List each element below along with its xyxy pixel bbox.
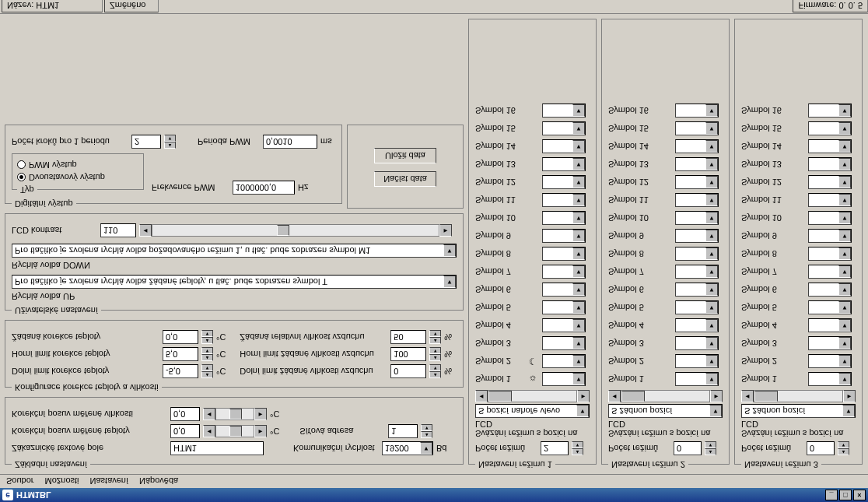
- symbol-combo[interactable]: ▼: [542, 193, 586, 207]
- radio-dvoustavovy[interactable]: [17, 174, 26, 182]
- symbol-combo[interactable]: ▼: [808, 300, 852, 314]
- mode-bind-combo[interactable]: S žádnou pozicí▼: [741, 404, 856, 418]
- arrow-left-icon[interactable]: ◄: [203, 425, 215, 437]
- set-hum-stepper[interactable]: ▲▼: [429, 330, 441, 344]
- symbol-combo[interactable]: ▼: [542, 104, 586, 118]
- symbol-combo[interactable]: ▼: [542, 283, 586, 297]
- symbol-combo[interactable]: ▼: [675, 193, 719, 207]
- symbol-combo[interactable]: ▼: [675, 139, 719, 153]
- arrow-right-icon[interactable]: ►: [254, 425, 267, 437]
- arrow-left-icon[interactable]: ◄: [741, 390, 754, 402]
- mode-bind-combo[interactable]: S pozicí nahoře vlevo▼: [475, 404, 590, 418]
- minimize-button[interactable]: _: [825, 490, 838, 500]
- symbol-combo[interactable]: ▼: [808, 372, 852, 386]
- mode-count-stepper[interactable]: ▲▼: [838, 441, 849, 455]
- symbol-combo[interactable]: ▼: [675, 336, 719, 350]
- symbol-combo[interactable]: ▼: [808, 354, 852, 368]
- symbol-combo[interactable]: ▼: [675, 372, 719, 386]
- symbol-combo[interactable]: ▼: [675, 104, 719, 118]
- mode-bind-combo[interactable]: S žádnou pozicí▼: [608, 404, 723, 418]
- symbol-combo[interactable]: ▼: [675, 121, 719, 135]
- symbol-combo[interactable]: ▼: [675, 354, 719, 368]
- addr-input[interactable]: [388, 424, 418, 438]
- low-hum-stepper[interactable]: ▲▼: [429, 364, 441, 378]
- symbol-combo[interactable]: ▼: [675, 247, 719, 261]
- hi-temp-stepper[interactable]: ▲▼: [201, 347, 213, 361]
- symbol-combo[interactable]: ▼: [808, 121, 852, 135]
- close-button[interactable]: ×: [853, 490, 866, 500]
- low-temp-input[interactable]: [163, 364, 198, 378]
- symbol-combo[interactable]: ▼: [675, 300, 719, 314]
- symbol-combo[interactable]: ▼: [808, 193, 852, 207]
- steps-stepper[interactable]: ▲▼: [164, 135, 176, 149]
- menu-napoveda[interactable]: Nápověda: [139, 477, 178, 486]
- set-temp-stepper[interactable]: ▲▼: [201, 330, 213, 344]
- arrow-left-icon[interactable]: ◄: [203, 408, 215, 420]
- arrow-right-icon[interactable]: ►: [843, 390, 856, 402]
- corr-temp-shift-input[interactable]: [170, 424, 200, 438]
- hi-hum-stepper[interactable]: ▲▼: [429, 347, 441, 361]
- symbol-combo[interactable]: ▼: [542, 229, 586, 243]
- menu-moznosti[interactable]: Možnosti: [44, 477, 79, 486]
- menu-nastaveni[interactable]: Nastavení: [90, 477, 129, 486]
- symbol-combo[interactable]: ▼: [808, 157, 852, 171]
- arrow-left-icon[interactable]: ◄: [475, 390, 488, 402]
- symbol-combo[interactable]: ▼: [808, 139, 852, 153]
- symbol-combo[interactable]: ▼: [808, 336, 852, 350]
- symbol-combo[interactable]: ▼: [808, 318, 852, 332]
- arrow-right-icon[interactable]: ►: [439, 224, 452, 237]
- symbol-combo[interactable]: ▼: [542, 121, 586, 135]
- arrow-left-icon[interactable]: ◄: [608, 390, 621, 402]
- symbol-combo[interactable]: ▼: [675, 318, 719, 332]
- mode-count-input[interactable]: [541, 441, 569, 455]
- symbol-combo[interactable]: ▼: [808, 247, 852, 261]
- symbol-combo[interactable]: ▼: [808, 104, 852, 118]
- freq-input[interactable]: [233, 181, 295, 195]
- symbol-combo[interactable]: ▼: [542, 211, 586, 225]
- arrow-right-icon[interactable]: ►: [710, 390, 723, 402]
- set-hum-input[interactable]: [390, 330, 426, 344]
- hi-hum-input[interactable]: [390, 347, 426, 361]
- addr-stepper[interactable]: ▲▼: [421, 424, 432, 438]
- symbol-combo[interactable]: ▼: [542, 318, 586, 332]
- corr-temp-shift-slider[interactable]: ◄ ►: [203, 424, 267, 438]
- arrow-right-icon[interactable]: ►: [254, 408, 267, 420]
- lcd-input[interactable]: [100, 223, 136, 237]
- symbol-combo[interactable]: ▼: [675, 265, 719, 279]
- symbol-combo[interactable]: ▼: [808, 283, 852, 297]
- corr-hum-shift-input[interactable]: [170, 407, 200, 421]
- menu-soubor[interactable]: Soubor: [6, 477, 33, 486]
- symbol-combo[interactable]: ▼: [675, 229, 719, 243]
- symbol-combo[interactable]: ▼: [542, 265, 586, 279]
- low-hum-input[interactable]: [390, 364, 426, 378]
- symbol-combo[interactable]: ▼: [808, 211, 852, 225]
- up-combo[interactable]: Pro tlačítko je zvolena rychlá volba žád…: [12, 275, 457, 289]
- symbol-combo[interactable]: ▼: [542, 157, 586, 171]
- save-button[interactable]: Uložit data: [374, 148, 436, 163]
- mode-hscroll[interactable]: ◄►: [741, 390, 856, 402]
- low-temp-stepper[interactable]: ▲▼: [201, 364, 213, 378]
- corr-hum-shift-slider[interactable]: ◄ ►: [203, 407, 267, 421]
- symbol-combo[interactable]: ▼: [542, 336, 586, 350]
- symbol-combo[interactable]: ▼: [542, 300, 586, 314]
- symbol-combo[interactable]: ▼: [808, 229, 852, 243]
- load-button[interactable]: Načíst data: [374, 171, 436, 187]
- baud-combo[interactable]: 19200 ▼: [382, 441, 433, 455]
- mode-count-stepper[interactable]: ▲▼: [705, 441, 716, 455]
- down-combo[interactable]: Pro tlačítko je zvolena rychlá volba pož…: [12, 244, 457, 258]
- maximize-button[interactable]: □: [839, 490, 852, 500]
- period-input[interactable]: [263, 135, 317, 149]
- arrow-left-icon[interactable]: ◄: [139, 224, 152, 237]
- symbol-combo[interactable]: ▼: [542, 354, 586, 368]
- symbol-combo[interactable]: ▼: [542, 175, 586, 189]
- mode-count-input[interactable]: [807, 441, 835, 455]
- symbol-combo[interactable]: ▼: [542, 247, 586, 261]
- steps-input[interactable]: [131, 135, 161, 149]
- set-temp-input[interactable]: [163, 330, 198, 344]
- symbol-combo[interactable]: ▼: [675, 157, 719, 171]
- radio-pwm[interactable]: [17, 161, 26, 170]
- mode-count-input[interactable]: [674, 441, 702, 455]
- symbol-combo[interactable]: ▼: [675, 211, 719, 225]
- mode-count-stepper[interactable]: ▲▼: [572, 441, 583, 455]
- mode-hscroll[interactable]: ◄►: [475, 390, 590, 402]
